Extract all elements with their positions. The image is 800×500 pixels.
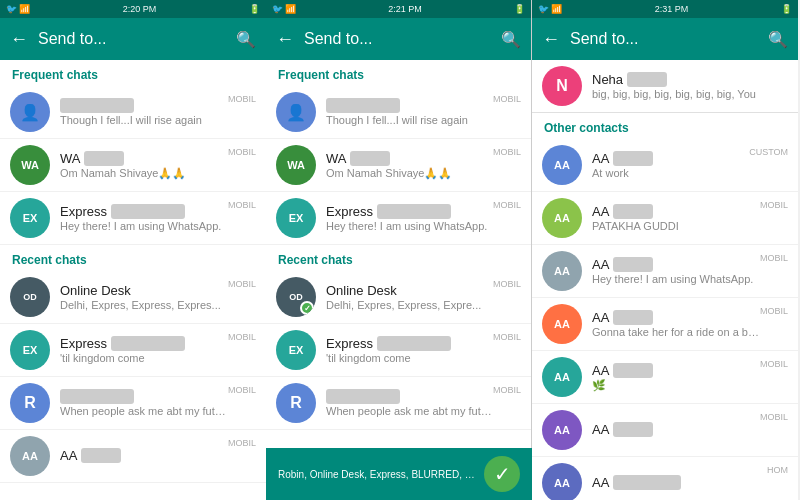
status-right-2: 🔋 xyxy=(514,4,525,14)
list-item[interactable]: AA AA ████ Gonna take her for a ride on … xyxy=(532,298,798,351)
contact-meta: MOBIL xyxy=(228,332,256,342)
twitter-icon: 🐦 xyxy=(272,4,283,14)
contact-name: AA ███ ████ xyxy=(592,475,767,490)
contact-preview: Om Namah Shivaye🙏🙏 xyxy=(60,167,228,180)
contact-info: AA ████ PATAKHA GUDDI xyxy=(592,204,760,232)
contact-info: AA ████ 🌿 xyxy=(592,363,760,392)
section-recent-2: Recent chats xyxy=(266,245,531,271)
contact-meta: MOBIL xyxy=(493,279,521,289)
list-item[interactable]: EX Express ████████ 'til kingdom come MO… xyxy=(266,324,531,377)
contact-meta: MOBIL xyxy=(760,253,788,263)
contact-meta: HOM xyxy=(767,465,788,475)
contact-preview: When people ask me abt my future pla xyxy=(60,405,228,417)
list-item[interactable]: EX Express ████████ Hey there! I am usin… xyxy=(266,192,531,245)
avatar: N xyxy=(542,66,582,106)
section-frequent-1: Frequent chats xyxy=(0,60,266,86)
contact-meta: MOBIL xyxy=(228,438,256,448)
status-left-icons: 🐦 📶 xyxy=(6,4,30,14)
list-item[interactable]: R ████████ When people ask me abt my fut… xyxy=(266,377,531,430)
list-item[interactable]: OD ✓ Online Desk Delhi, Expres, Express,… xyxy=(266,271,531,324)
avatar: EX xyxy=(276,198,316,238)
contact-meta: MOBIL xyxy=(228,279,256,289)
contact-preview: Hey there! I am using WhatsApp. xyxy=(326,220,493,232)
avatar: EX xyxy=(10,198,50,238)
contact-info: WA ████ Om Namah Shivaye🙏🙏 xyxy=(60,151,228,180)
panel-1: 🐦 📶 2:20 PM 🔋 ← Send to... 🔍 Frequent ch… xyxy=(0,0,266,500)
contact-meta: MOBIL xyxy=(228,147,256,157)
contact-info: AA ███ ████ xyxy=(592,475,767,491)
contact-name: AA ████ xyxy=(60,448,228,463)
twitter-icon: 🐦 xyxy=(6,4,17,14)
contact-preview: Hey there! I am using WhatsApp. xyxy=(592,273,760,285)
list-item[interactable]: AA AA ████ MOBIL xyxy=(0,430,266,483)
panel-3: 🐦 📶 2:31 PM 🔋 ← Send to... 🔍 N Neha ████… xyxy=(532,0,798,500)
list-item[interactable]: OD Online Desk Delhi, Expres, Express, E… xyxy=(0,271,266,324)
contact-info: AA ████ xyxy=(60,448,228,464)
header-2: ← Send to... 🔍 xyxy=(266,18,531,60)
send-button[interactable]: ✓ xyxy=(484,456,520,492)
time-3: 2:31 PM xyxy=(655,4,689,14)
contact-info: AA ████ At work xyxy=(592,151,749,179)
search-button-1[interactable]: 🔍 xyxy=(236,30,256,49)
list-item[interactable]: N Neha ████ big, big, big, big, big, big… xyxy=(532,60,798,113)
contact-name: WA ████ xyxy=(60,151,228,166)
list-item[interactable]: R ████████ When people ask me abt my fut… xyxy=(0,377,266,430)
avatar: AA xyxy=(542,357,582,397)
contact-meta: MOBIL xyxy=(760,359,788,369)
status-left-2: 🐦 📶 xyxy=(272,4,296,14)
selected-check: ✓ xyxy=(300,301,314,315)
contact-name: WA ████ xyxy=(326,151,493,166)
contact-preview: Om Namah Shivaye🙏🙏 xyxy=(326,167,493,180)
header-1: ← Send to... 🔍 xyxy=(0,18,266,60)
avatar: AA xyxy=(542,410,582,450)
back-button-1[interactable]: ← xyxy=(10,29,28,50)
contact-name: AA ████ xyxy=(592,151,749,166)
contact-info: ████████ Though I fell...I will rise aga… xyxy=(60,98,228,126)
list-item[interactable]: AA AA ███ ████ HOM xyxy=(532,457,798,500)
list-item[interactable]: WA WA ████ Om Namah Shivaye🙏🙏 MOBIL xyxy=(0,139,266,192)
signal-icon: 📶 xyxy=(19,4,30,14)
avatar: AA xyxy=(542,463,582,500)
avatar: WA xyxy=(10,145,50,185)
search-button-2[interactable]: 🔍 xyxy=(501,30,521,49)
avatar: EX xyxy=(10,330,50,370)
list-item[interactable]: 👤 ████████ Though I fell...I will rise a… xyxy=(266,86,531,139)
list-item[interactable]: EX Express ████████ 'til kingdom come MO… xyxy=(0,324,266,377)
list-item[interactable]: EX Express ████████ Hey there! I am usin… xyxy=(0,192,266,245)
contact-preview: 'til kingdom come xyxy=(60,352,228,364)
avatar: 👤 xyxy=(276,92,316,132)
back-button-2[interactable]: ← xyxy=(276,29,294,50)
contact-preview: At work xyxy=(592,167,749,179)
list-item[interactable]: WA WA ████ Om Namah Shivaye🙏🙏 MOBIL xyxy=(266,139,531,192)
contact-name: Online Desk xyxy=(326,283,493,298)
contact-preview: Though I fell...I will rise again xyxy=(60,114,228,126)
avatar: R xyxy=(10,383,50,423)
list-item[interactable]: AA AA ████ PATAKHA GUDDI MOBIL xyxy=(532,192,798,245)
contact-info: Express ████████ Hey there! I am using W… xyxy=(60,204,228,232)
header-title-1: Send to... xyxy=(38,30,226,48)
contact-info: Online Desk Delhi, Expres, Express, Expr… xyxy=(60,283,228,311)
time-2: 2:21 PM xyxy=(388,4,422,14)
list-item[interactable]: AA AA ████ MOBIL xyxy=(532,404,798,457)
list-item[interactable]: AA AA ████ At work CUSTOM xyxy=(532,139,798,192)
list-item[interactable]: 👤 ████████ Though I fell...I will rise a… xyxy=(0,86,266,139)
selection-bar[interactable]: Robin, Online Desk, Express, BLURRED, Gi… xyxy=(266,448,532,500)
back-button-3[interactable]: ← xyxy=(542,29,560,50)
contact-name: AA ████ xyxy=(592,363,760,378)
contact-meta: MOBIL xyxy=(760,200,788,210)
contact-preview: When people ask me abt my future pl xyxy=(326,405,493,417)
contact-name: AA ████ xyxy=(592,422,760,437)
contact-preview: Delhi, Expres, Express, Expres... xyxy=(60,299,228,311)
status-bar-3: 🐦 📶 2:31 PM 🔋 xyxy=(532,0,798,18)
contact-name: AA ████ xyxy=(592,257,760,272)
search-button-3[interactable]: 🔍 xyxy=(768,30,788,49)
avatar: OD xyxy=(10,277,50,317)
list-item[interactable]: AA AA ████ 🌿 MOBIL xyxy=(532,351,798,404)
contact-meta: CUSTOM xyxy=(749,147,788,157)
contact-name: AA ████ xyxy=(592,310,760,325)
avatar: AA xyxy=(542,198,582,238)
contact-info: ████████ Though I fell...I will rise aga… xyxy=(326,98,493,126)
battery-icon: 🔋 xyxy=(514,4,525,14)
list-item[interactable]: AA AA ████ Hey there! I am using WhatsAp… xyxy=(532,245,798,298)
section-recent-1: Recent chats xyxy=(0,245,266,271)
